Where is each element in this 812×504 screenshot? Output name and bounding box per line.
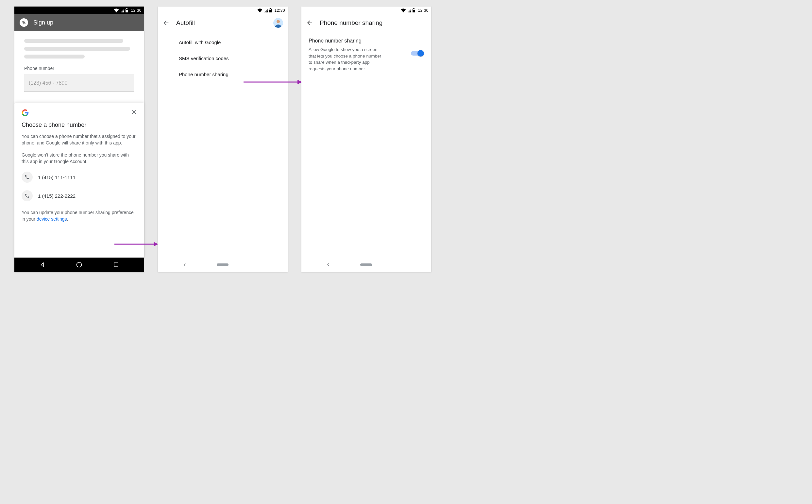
wifi-icon (257, 8, 262, 12)
list-item-autofill-google[interactable]: Autofill with Google (158, 34, 288, 50)
svg-rect-3 (270, 9, 272, 10)
toggle-switch[interactable] (411, 50, 424, 57)
list-item-sms-codes[interactable]: SMS verification codes (158, 50, 288, 66)
battery-icon (269, 8, 272, 12)
nav-back-icon[interactable] (40, 262, 45, 268)
setting-row: Phone number sharing Allow Google to sho… (301, 32, 431, 78)
phone-icon (22, 172, 33, 183)
status-time: 12:30 (418, 8, 429, 13)
page-title: Autofill (176, 19, 195, 26)
page-title: Phone number sharing (320, 19, 382, 26)
settings-list: Autofill with Google SMS verification co… (158, 32, 288, 258)
setting-description: Allow Google to show you a screen that l… (309, 46, 384, 72)
phone-input-placeholder: (123) 456 - 7890 (29, 80, 67, 86)
skeleton-line (24, 55, 85, 59)
status-bar: 12:30 (158, 7, 288, 14)
svg-rect-2 (114, 263, 118, 267)
android-nav-bar (158, 258, 288, 272)
setting-title: Phone number sharing (309, 38, 406, 44)
app-logo-icon: E (19, 18, 29, 28)
nav-home-pill[interactable] (360, 263, 372, 266)
account-avatar[interactable] (273, 18, 283, 28)
flow-arrow-icon (244, 79, 302, 85)
phone-option-number: 1 (415) 222-2222 (38, 193, 76, 199)
screen-autofill: 12:30 Autofill Autofill with Google SMS … (158, 7, 288, 272)
wifi-icon (401, 8, 406, 12)
app-bar: Phone number sharing (301, 14, 431, 32)
svg-point-5 (277, 20, 280, 23)
phone-field-label: Phone number (24, 66, 134, 71)
cellular-icon (120, 8, 124, 12)
svg-rect-6 (413, 9, 415, 10)
phone-hint-sheet: Choose a phone number You can choose a p… (14, 102, 144, 258)
battery-icon (413, 8, 415, 12)
sheet-paragraph: Google won't store the phone number you … (22, 152, 137, 165)
status-time: 12:30 (274, 8, 285, 13)
status-bar: 12:30 (14, 7, 144, 14)
back-arrow-icon[interactable] (306, 19, 313, 26)
cellular-icon (407, 8, 411, 12)
nav-home-pill[interactable] (217, 263, 228, 266)
google-logo-icon (22, 109, 29, 116)
flow-arrow-icon (114, 242, 159, 247)
nav-back-icon[interactable] (326, 263, 330, 267)
skeleton-line (24, 39, 123, 43)
device-settings-link[interactable]: device settings (37, 216, 67, 222)
app-bar: E Sign up (14, 14, 144, 31)
app-bar: Autofill (158, 14, 288, 32)
app-title: Sign up (33, 19, 53, 26)
phone-input[interactable]: (123) 456 - 7890 (24, 74, 134, 92)
wifi-icon (114, 8, 119, 12)
screen-phone-sharing: 12:30 Phone number sharing Phone number … (301, 7, 431, 272)
sheet-footnote: You can update your phone number sharing… (22, 209, 137, 223)
android-nav-bar (14, 258, 144, 272)
back-arrow-icon[interactable] (162, 19, 170, 26)
svg-point-1 (77, 262, 82, 267)
phone-option-number: 1 (415) 111-1111 (38, 175, 76, 180)
phone-option[interactable]: 1 (415) 222-2222 (22, 189, 137, 207)
android-nav-bar (301, 258, 431, 272)
sheet-paragraph: You can choose a phone number that's ass… (22, 133, 137, 146)
nav-recent-icon[interactable] (113, 262, 119, 268)
close-icon[interactable] (131, 109, 137, 115)
cellular-icon (264, 8, 268, 12)
form-area: Phone number (123) 456 - 7890 (14, 31, 144, 95)
skeleton-line (24, 47, 130, 51)
phone-icon (22, 190, 33, 201)
phone-option[interactable]: 1 (415) 111-1111 (22, 170, 137, 189)
status-bar: 12:30 (301, 7, 431, 14)
screen-signup: 12:30 E Sign up Phone number (123) 456 -… (14, 7, 144, 272)
svg-rect-0 (126, 9, 128, 10)
sheet-title: Choose a phone number (22, 122, 137, 128)
battery-icon (126, 8, 128, 12)
nav-back-icon[interactable] (183, 263, 187, 267)
status-time: 12:30 (131, 8, 142, 13)
nav-home-icon[interactable] (76, 261, 82, 268)
